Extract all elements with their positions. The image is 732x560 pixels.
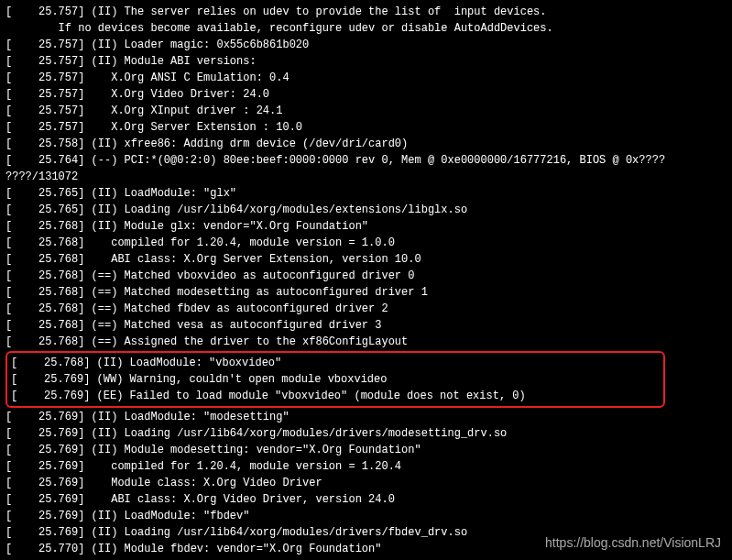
error-highlight-box: [ 25.768] (II) LoadModule: "vboxvideo"[ … xyxy=(5,351,665,408)
log-line: ????/131072 xyxy=(5,169,727,185)
log-line: [ 25.765] (II) LoadModule: "glx" xyxy=(5,185,727,202)
log-line: [ 25.757] X.Org Server Extension : 10.0 xyxy=(5,119,727,136)
log-line: [ 25.768] (==) Matched modesetting as au… xyxy=(5,284,727,301)
log-line: [ 25.757] X.Org XInput driver : 24.1 xyxy=(5,103,727,119)
log-line: [ 25.757] (II) Loader magic: 0x55c6b861b… xyxy=(5,37,727,53)
log-line: [ 25.768] (==) Matched vboxvideo as auto… xyxy=(5,268,727,284)
terminal-output: [ 25.757] (II) The server relies on udev… xyxy=(5,4,727,350)
log-line: [ 25.768] (II) Module glx: vendor="X.Org… xyxy=(5,218,727,235)
log-line: [ 25.764] (--) PCI:*(0@0:2:0) 80ee:beef:… xyxy=(5,152,727,169)
log-line: [ 25.757] X.Org Video Driver: 24.0 xyxy=(5,86,727,103)
log-line: [ 25.768] (II) LoadModule: "vboxvideo" xyxy=(11,355,660,371)
log-line: [ 25.769] (EE) Failed to load module "vb… xyxy=(11,388,660,404)
log-line: [ 25.769] (WW) Warning, couldn't open mo… xyxy=(11,371,660,388)
log-line: [ 25.769] compiled for 1.20.4, module ve… xyxy=(5,458,727,475)
log-line: [ 25.757] (II) Module ABI versions: xyxy=(5,53,727,70)
log-line: [ 25.768] (==) Matched vesa as autoconfi… xyxy=(5,317,727,334)
log-line: [ 25.768] (==) Matched fbdev as autoconf… xyxy=(5,301,727,317)
watermark-text: https://blog.csdn.net/VisionLRJ xyxy=(545,533,721,553)
log-line: [ 25.769] Module class: X.Org Video Driv… xyxy=(5,475,727,491)
log-line: [ 25.765] (II) Loading /usr/lib64/xorg/m… xyxy=(5,202,727,218)
log-line: [ 25.768] ABI class: X.Org Server Extens… xyxy=(5,251,727,268)
log-line: [ 25.769] (II) LoadModule: "fbdev" xyxy=(5,508,727,524)
log-line: [ 25.757] X.Org ANSI C Emulation: 0.4 xyxy=(5,70,727,86)
log-line: [ 25.768] compiled for 1.20.4, module ve… xyxy=(5,235,727,251)
log-line: [ 25.758] (II) xfree86: Adding drm devic… xyxy=(5,136,727,152)
log-line: [ 25.757] (II) The server relies on udev… xyxy=(5,4,727,20)
log-line: [ 25.769] (II) Loading /usr/lib64/xorg/m… xyxy=(5,425,727,442)
log-line: [ 25.769] ABI class: X.Org Video Driver,… xyxy=(5,491,727,508)
log-line: [ 25.769] (II) LoadModule: "modesetting" xyxy=(5,409,727,425)
log-line: [ 25.768] (==) Assigned the driver to th… xyxy=(5,334,727,350)
log-line: If no devices become available, reconfig… xyxy=(5,20,727,37)
log-line: [ 25.769] (II) Module modesetting: vendo… xyxy=(5,442,727,458)
